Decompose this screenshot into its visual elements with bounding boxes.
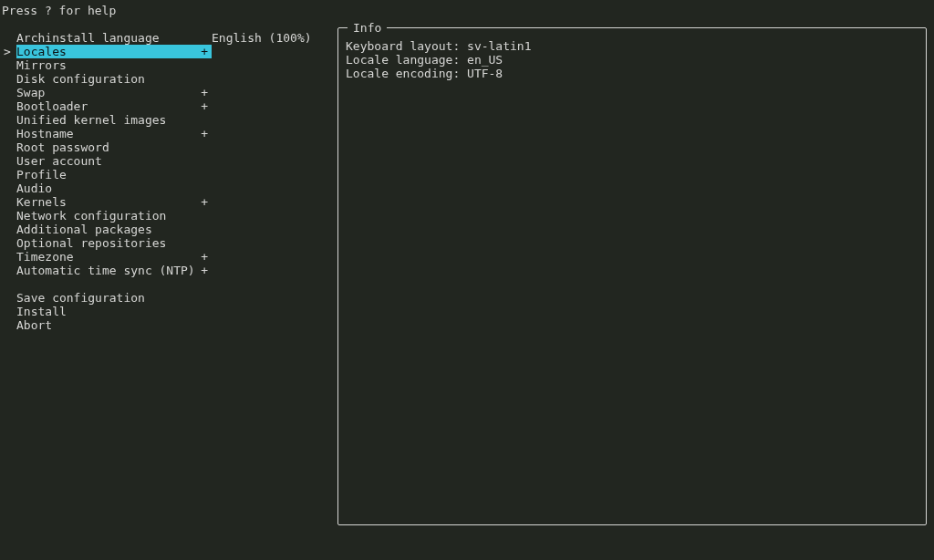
menu-spacer xyxy=(4,277,332,291)
set-marker-icon: + xyxy=(201,264,208,277)
menu-item-label: Root password xyxy=(16,140,212,154)
menu-item-label: Mirrors xyxy=(16,58,212,72)
menu-item-automatic-time-sync-ntp[interactable]: Automatic time sync (NTP)+ xyxy=(4,264,332,277)
menu-item-optional-repositories[interactable]: Optional repositories xyxy=(4,236,332,250)
menu-item-label: Timezone+ xyxy=(16,250,212,264)
menu-item-swap[interactable]: Swap+ xyxy=(4,86,332,99)
menu-item-label: Locales+ xyxy=(16,45,212,58)
menu-item-timezone[interactable]: Timezone+ xyxy=(4,250,332,264)
menu-column: Archinstall languageEnglish (100%)> Loca… xyxy=(4,31,332,332)
menu-item-label: Optional repositories xyxy=(16,236,212,250)
menu-item-label: User account xyxy=(16,154,212,168)
action-label: Abort xyxy=(16,318,212,332)
menu-item-audio[interactable]: Audio xyxy=(4,181,332,195)
action-label: Install xyxy=(16,305,212,318)
menu-item-network-configuration[interactable]: Network configuration xyxy=(4,209,332,223)
info-line: Locale language: en_US xyxy=(346,53,918,67)
menu-item-label: Audio xyxy=(16,181,212,195)
menu-item-label: Network configuration xyxy=(16,209,212,223)
set-marker-icon: + xyxy=(201,127,208,140)
menu-item-bootloader[interactable]: Bootloader+ xyxy=(4,99,332,113)
menu-item-user-account[interactable]: User account xyxy=(4,154,332,168)
menu-item-kernels[interactable]: Kernels+ xyxy=(4,195,332,209)
info-line: Locale encoding: UTF-8 xyxy=(346,67,918,80)
menu-item-label: Unified kernel images xyxy=(16,113,212,127)
menu-item-profile[interactable]: Profile xyxy=(4,168,332,181)
action-install[interactable]: Install xyxy=(4,305,332,318)
menu-item-label: Archinstall language xyxy=(16,31,212,45)
menu-item-mirrors[interactable]: Mirrors xyxy=(4,58,332,72)
info-panel: Info Keyboard layout: sv-latin1Locale la… xyxy=(337,27,927,525)
action-save-configuration[interactable]: Save configuration xyxy=(4,291,332,305)
info-panel-title: Info xyxy=(348,21,387,35)
menu-item-label: Additional packages xyxy=(16,223,212,236)
set-marker-icon: + xyxy=(201,250,208,264)
menu-item-root-password[interactable]: Root password xyxy=(4,140,332,154)
help-hint: Press ? for help xyxy=(2,4,116,17)
menu-item-label: Profile xyxy=(16,168,212,181)
menu-item-disk-configuration[interactable]: Disk configuration xyxy=(4,72,332,86)
set-marker-icon: + xyxy=(201,86,208,99)
menu-item-locales[interactable]: > Locales+ xyxy=(4,45,332,58)
set-marker-icon: + xyxy=(201,45,208,58)
menu-item-label: Swap+ xyxy=(16,86,212,99)
menu-item-label: Kernels+ xyxy=(16,195,212,209)
menu-item-label: Hostname+ xyxy=(16,127,212,140)
menu-item-value: English (100%) xyxy=(212,31,332,45)
archinstall-screen: Press ? for help Archinstall languageEng… xyxy=(0,0,934,560)
set-marker-icon: + xyxy=(201,99,208,113)
info-line: Keyboard layout: sv-latin1 xyxy=(346,39,918,53)
menu-item-label: Disk configuration xyxy=(16,72,212,86)
menu-item-label: Bootloader+ xyxy=(16,99,212,113)
action-label: Save configuration xyxy=(16,291,212,305)
menu-item-unified-kernel-images[interactable]: Unified kernel images xyxy=(4,113,332,127)
menu-item-label: Automatic time sync (NTP)+ xyxy=(16,264,212,277)
menu-item-additional-packages[interactable]: Additional packages xyxy=(4,223,332,236)
menu-item-hostname[interactable]: Hostname+ xyxy=(4,127,332,140)
set-marker-icon: + xyxy=(201,195,208,209)
menu-item-archinstall-language[interactable]: Archinstall languageEnglish (100%) xyxy=(4,31,332,45)
info-content: Keyboard layout: sv-latin1Locale languag… xyxy=(346,39,918,80)
cursor-icon: > xyxy=(4,45,16,58)
action-abort[interactable]: Abort xyxy=(4,318,332,332)
